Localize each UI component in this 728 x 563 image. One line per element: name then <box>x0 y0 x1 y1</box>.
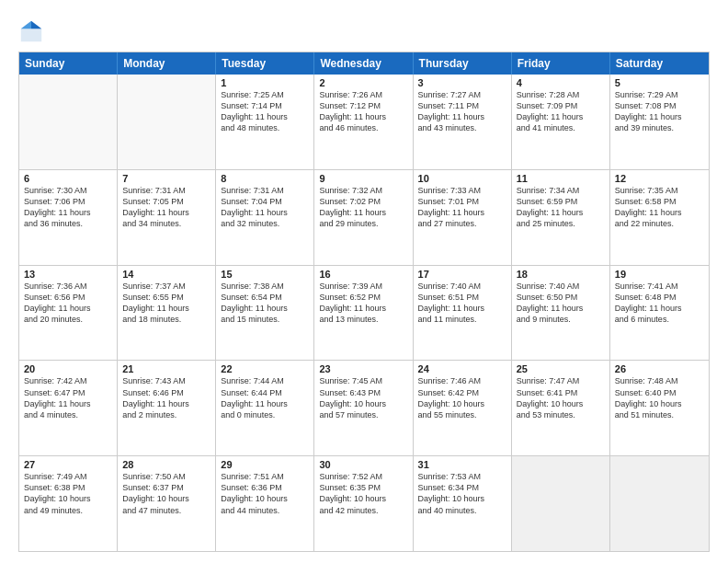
calendar-cell: 16Sunrise: 7:39 AM Sunset: 6:52 PM Dayli… <box>314 266 413 361</box>
calendar-cell: 8Sunrise: 7:31 AM Sunset: 7:04 PM Daylig… <box>216 170 314 265</box>
cell-info: Sunrise: 7:48 AM Sunset: 6:40 PM Dayligh… <box>615 375 704 420</box>
day-number: 17 <box>418 269 506 280</box>
calendar-cell: 19Sunrise: 7:41 AM Sunset: 6:48 PM Dayli… <box>610 266 709 361</box>
day-number: 9 <box>319 173 407 184</box>
calendar-body: 1Sunrise: 7:25 AM Sunset: 7:14 PM Daylig… <box>19 75 709 551</box>
calendar-cell: 18Sunrise: 7:40 AM Sunset: 6:50 PM Dayli… <box>512 266 610 361</box>
calendar-cell: 20Sunrise: 7:42 AM Sunset: 6:47 PM Dayli… <box>19 361 118 455</box>
day-number: 19 <box>615 269 704 280</box>
calendar-cell: 17Sunrise: 7:40 AM Sunset: 6:51 PM Dayli… <box>414 266 512 361</box>
day-number: 13 <box>24 269 112 280</box>
cell-info: Sunrise: 7:32 AM Sunset: 7:02 PM Dayligh… <box>319 185 407 230</box>
cell-info: Sunrise: 7:35 AM Sunset: 6:58 PM Dayligh… <box>615 185 704 230</box>
day-number: 11 <box>517 173 605 184</box>
day-number: 1 <box>221 77 309 88</box>
calendar-cell: 7Sunrise: 7:31 AM Sunset: 7:05 PM Daylig… <box>118 170 216 265</box>
day-number: 4 <box>517 77 605 88</box>
calendar-cell: 15Sunrise: 7:38 AM Sunset: 6:54 PM Dayli… <box>216 266 314 361</box>
day-number: 31 <box>418 459 506 470</box>
cell-info: Sunrise: 7:52 AM Sunset: 6:35 PM Dayligh… <box>319 471 407 516</box>
calendar-cell <box>610 456 709 551</box>
header-cell-monday: Monday <box>118 52 216 75</box>
cell-info: Sunrise: 7:38 AM Sunset: 6:54 PM Dayligh… <box>221 281 309 326</box>
cell-info: Sunrise: 7:36 AM Sunset: 6:56 PM Dayligh… <box>24 281 112 326</box>
day-number: 21 <box>122 363 210 374</box>
day-number: 16 <box>319 269 407 280</box>
calendar-cell <box>512 456 610 551</box>
day-number: 7 <box>122 173 210 184</box>
day-number: 23 <box>319 363 407 374</box>
cell-info: Sunrise: 7:37 AM Sunset: 6:55 PM Dayligh… <box>122 281 210 326</box>
cell-info: Sunrise: 7:25 AM Sunset: 7:14 PM Dayligh… <box>221 89 309 134</box>
calendar-cell: 23Sunrise: 7:45 AM Sunset: 6:43 PM Dayli… <box>314 361 413 455</box>
calendar: SundayMondayTuesdayWednesdayThursdayFrid… <box>18 52 710 552</box>
calendar-cell: 26Sunrise: 7:48 AM Sunset: 6:40 PM Dayli… <box>610 361 709 455</box>
cell-info: Sunrise: 7:42 AM Sunset: 6:47 PM Dayligh… <box>24 375 112 420</box>
day-number: 12 <box>615 173 704 184</box>
header-cell-sunday: Sunday <box>19 52 118 75</box>
calendar-cell: 25Sunrise: 7:47 AM Sunset: 6:41 PM Dayli… <box>512 361 610 455</box>
day-number: 5 <box>615 77 704 88</box>
header <box>18 15 710 44</box>
day-number: 22 <box>221 363 309 374</box>
calendar-row: 20Sunrise: 7:42 AM Sunset: 6:47 PM Dayli… <box>19 360 709 455</box>
cell-info: Sunrise: 7:53 AM Sunset: 6:34 PM Dayligh… <box>418 471 506 516</box>
header-cell-thursday: Thursday <box>414 52 512 75</box>
calendar-cell: 4Sunrise: 7:28 AM Sunset: 7:09 PM Daylig… <box>512 75 610 169</box>
cell-info: Sunrise: 7:26 AM Sunset: 7:12 PM Dayligh… <box>319 89 407 134</box>
cell-info: Sunrise: 7:44 AM Sunset: 6:44 PM Dayligh… <box>221 375 309 420</box>
cell-info: Sunrise: 7:51 AM Sunset: 6:36 PM Dayligh… <box>221 471 309 516</box>
calendar-row: 1Sunrise: 7:25 AM Sunset: 7:14 PM Daylig… <box>19 75 709 169</box>
day-number: 26 <box>615 363 704 374</box>
cell-info: Sunrise: 7:45 AM Sunset: 6:43 PM Dayligh… <box>319 375 407 420</box>
cell-info: Sunrise: 7:39 AM Sunset: 6:52 PM Dayligh… <box>319 281 407 326</box>
day-number: 28 <box>122 459 210 470</box>
calendar-cell: 13Sunrise: 7:36 AM Sunset: 6:56 PM Dayli… <box>19 266 118 361</box>
svg-marker-1 <box>31 21 41 29</box>
cell-info: Sunrise: 7:41 AM Sunset: 6:48 PM Dayligh… <box>615 281 704 326</box>
day-number: 2 <box>319 77 407 88</box>
calendar-cell: 11Sunrise: 7:34 AM Sunset: 6:59 PM Dayli… <box>512 170 610 265</box>
day-number: 8 <box>221 173 309 184</box>
calendar-cell: 2Sunrise: 7:26 AM Sunset: 7:12 PM Daylig… <box>314 75 413 169</box>
calendar-cell: 6Sunrise: 7:30 AM Sunset: 7:06 PM Daylig… <box>19 170 118 265</box>
header-cell-wednesday: Wednesday <box>314 52 413 75</box>
cell-info: Sunrise: 7:46 AM Sunset: 6:42 PM Dayligh… <box>418 375 506 420</box>
day-number: 25 <box>517 363 605 374</box>
day-number: 20 <box>24 363 112 374</box>
calendar-row: 6Sunrise: 7:30 AM Sunset: 7:06 PM Daylig… <box>19 169 709 265</box>
calendar-cell: 9Sunrise: 7:32 AM Sunset: 7:02 PM Daylig… <box>314 170 413 265</box>
day-number: 10 <box>418 173 506 184</box>
calendar-cell: 10Sunrise: 7:33 AM Sunset: 7:01 PM Dayli… <box>414 170 512 265</box>
calendar-cell: 31Sunrise: 7:53 AM Sunset: 6:34 PM Dayli… <box>414 456 512 551</box>
cell-info: Sunrise: 7:27 AM Sunset: 7:11 PM Dayligh… <box>418 89 506 134</box>
cell-info: Sunrise: 7:33 AM Sunset: 7:01 PM Dayligh… <box>418 185 506 230</box>
day-number: 30 <box>319 459 407 470</box>
svg-marker-2 <box>21 21 31 29</box>
day-number: 3 <box>418 77 506 88</box>
cell-info: Sunrise: 7:31 AM Sunset: 7:04 PM Dayligh… <box>221 185 309 230</box>
page: SundayMondayTuesdayWednesdayThursdayFrid… <box>0 0 728 563</box>
calendar-cell: 5Sunrise: 7:29 AM Sunset: 7:08 PM Daylig… <box>610 75 709 169</box>
logo-icon <box>18 18 44 44</box>
cell-info: Sunrise: 7:43 AM Sunset: 6:46 PM Dayligh… <box>122 375 210 420</box>
cell-info: Sunrise: 7:34 AM Sunset: 6:59 PM Dayligh… <box>517 185 605 230</box>
day-number: 15 <box>221 269 309 280</box>
cell-info: Sunrise: 7:49 AM Sunset: 6:38 PM Dayligh… <box>24 471 112 516</box>
cell-info: Sunrise: 7:29 AM Sunset: 7:08 PM Dayligh… <box>615 89 704 134</box>
day-number: 14 <box>122 269 210 280</box>
day-number: 29 <box>221 459 309 470</box>
calendar-cell: 3Sunrise: 7:27 AM Sunset: 7:11 PM Daylig… <box>414 75 512 169</box>
header-cell-tuesday: Tuesday <box>216 52 314 75</box>
calendar-header: SundayMondayTuesdayWednesdayThursdayFrid… <box>19 52 709 75</box>
cell-info: Sunrise: 7:40 AM Sunset: 6:51 PM Dayligh… <box>418 281 506 326</box>
logo <box>18 18 48 44</box>
day-number: 6 <box>24 173 112 184</box>
calendar-cell: 12Sunrise: 7:35 AM Sunset: 6:58 PM Dayli… <box>610 170 709 265</box>
cell-info: Sunrise: 7:40 AM Sunset: 6:50 PM Dayligh… <box>517 281 605 326</box>
calendar-cell: 28Sunrise: 7:50 AM Sunset: 6:37 PM Dayli… <box>118 456 216 551</box>
calendar-cell: 22Sunrise: 7:44 AM Sunset: 6:44 PM Dayli… <box>216 361 314 455</box>
cell-info: Sunrise: 7:31 AM Sunset: 7:05 PM Dayligh… <box>122 185 210 230</box>
cell-info: Sunrise: 7:47 AM Sunset: 6:41 PM Dayligh… <box>517 375 605 420</box>
calendar-cell: 1Sunrise: 7:25 AM Sunset: 7:14 PM Daylig… <box>216 75 314 169</box>
